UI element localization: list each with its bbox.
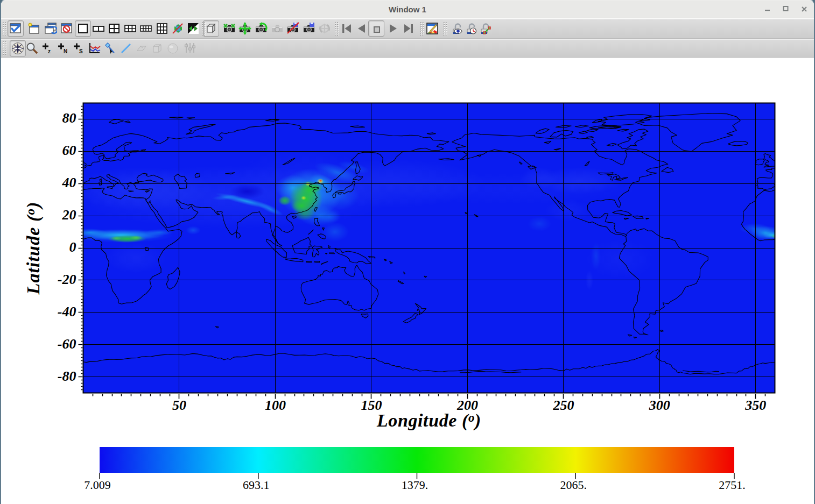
svg-text:300: 300 (649, 397, 670, 413)
svg-text:-40: -40 (58, 304, 76, 320)
svg-text:60: 60 (62, 143, 76, 158)
svg-text:350: 350 (744, 397, 766, 413)
svg-text:0: 0 (69, 239, 76, 255)
svg-text:40: 40 (62, 175, 76, 190)
svg-text:20: 20 (62, 207, 76, 223)
svg-text:N: N (64, 48, 67, 54)
svg-text:-80: -80 (58, 368, 76, 384)
svg-text:-20: -20 (58, 272, 76, 287)
svg-text:-60: -60 (58, 336, 76, 352)
svg-text:2065.: 2065. (560, 478, 587, 492)
svg-text:250: 250 (552, 397, 574, 413)
svg-text:Longitude (o): Longitude (o) (376, 410, 481, 431)
svg-text:S: S (79, 48, 83, 54)
svg-text:Latitude (o): Latitude (o) (23, 202, 44, 295)
svg-text:693.1: 693.1 (243, 478, 270, 492)
svg-text:7.009: 7.009 (84, 478, 111, 492)
svg-text:80: 80 (62, 110, 76, 126)
svg-text:50: 50 (172, 397, 186, 413)
svg-text:z: z (48, 48, 51, 54)
svg-text:2751.: 2751. (719, 478, 746, 492)
svg-text:100: 100 (265, 397, 286, 413)
svg-text:1379.: 1379. (402, 478, 428, 492)
